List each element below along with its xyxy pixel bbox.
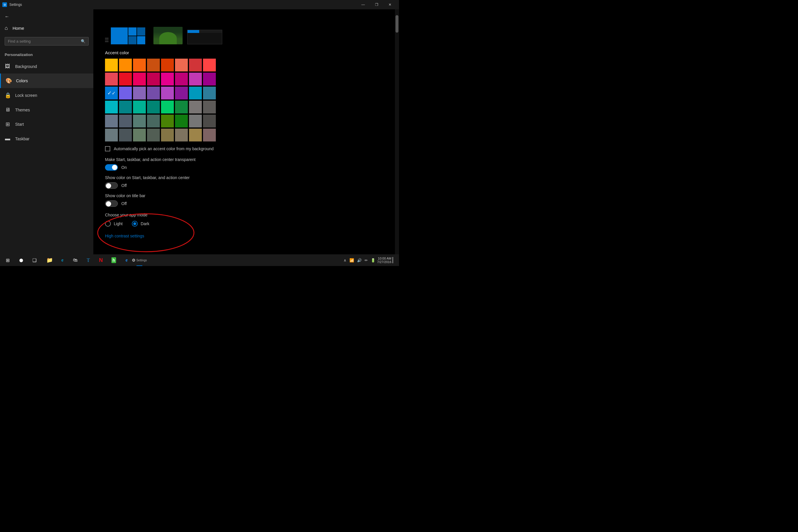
taskbar-app-netflix[interactable]: N <box>95 254 107 266</box>
show-color-titlebar-toggle[interactable] <box>105 201 118 207</box>
taskbar-app-settings[interactable]: ⚙ Settings <box>133 254 146 266</box>
color-swatch[interactable] <box>119 115 132 128</box>
tray-chevron-icon[interactable]: ∧ <box>343 258 347 263</box>
color-swatch[interactable] <box>119 73 132 86</box>
tray-battery-icon[interactable]: 🔋 <box>370 258 376 263</box>
maximize-button[interactable]: ❐ <box>370 0 383 10</box>
sidebar-item-colors[interactable]: 🎨 Colors <box>0 74 93 88</box>
sidebar-item-start[interactable]: ⊞ Start <box>0 117 93 132</box>
color-swatch[interactable] <box>147 129 160 141</box>
color-swatch[interactable] <box>189 73 202 86</box>
back-button[interactable]: ← <box>0 12 93 22</box>
taskbar-app-ie[interactable]: e <box>120 254 133 266</box>
color-swatch[interactable] <box>203 115 216 128</box>
color-swatch[interactable] <box>119 129 132 141</box>
radio-dark-label: Dark <box>140 221 149 226</box>
show-desktop-button[interactable]: ▏ <box>393 257 397 263</box>
task-view-button[interactable]: ❑ <box>28 254 41 266</box>
color-swatch[interactable] <box>105 59 118 72</box>
colors-label: Colors <box>16 78 28 83</box>
color-swatch[interactable] <box>175 59 188 72</box>
color-swatch[interactable] <box>203 87 216 99</box>
color-swatch[interactable] <box>133 115 146 128</box>
tray-network-icon[interactable]: 📶 <box>349 258 355 263</box>
color-swatch[interactable]: ✓ <box>105 87 118 99</box>
color-swatch[interactable] <box>175 115 188 128</box>
taskbar-settings-icon: ⚙ <box>132 258 136 263</box>
auto-pick-checkbox[interactable] <box>105 146 110 151</box>
color-swatch[interactable] <box>189 115 202 128</box>
color-swatch[interactable] <box>133 87 146 99</box>
color-swatch[interactable] <box>119 59 132 72</box>
color-swatch[interactable] <box>119 101 132 113</box>
show-color-start-label: Show color on Start, taskbar, and action… <box>105 175 387 180</box>
color-swatch[interactable] <box>203 101 216 113</box>
color-swatch[interactable] <box>133 101 146 113</box>
tray-volume-icon[interactable]: 🔊 <box>356 258 362 263</box>
radio-dark[interactable]: Dark <box>132 221 149 227</box>
taskbar-time[interactable]: 10:00 AM 7/27/2016 <box>377 256 392 264</box>
taskbar-app-edge[interactable]: e <box>56 254 69 266</box>
color-swatch[interactable] <box>175 101 188 113</box>
taskbar-app-store[interactable]: 🛍 <box>69 254 82 266</box>
color-swatch[interactable] <box>189 129 202 141</box>
radio-light[interactable]: Light <box>105 221 122 227</box>
color-swatch[interactable] <box>133 129 146 141</box>
color-swatch[interactable] <box>161 73 174 86</box>
color-swatch[interactable] <box>119 87 132 99</box>
show-color-start-toggle[interactable] <box>105 182 118 189</box>
color-swatch[interactable] <box>175 129 188 141</box>
app-container: ← ⌂ Home 🔍 Personalization 🖼 Background … <box>0 10 399 254</box>
ie-icon: e <box>126 258 128 263</box>
color-swatch[interactable] <box>161 115 174 128</box>
sidebar-item-taskbar[interactable]: ▬ Taskbar <box>0 132 93 146</box>
search-input[interactable] <box>8 39 78 43</box>
transparent-toggle[interactable] <box>105 164 118 171</box>
color-swatch[interactable] <box>105 115 118 128</box>
tray-pen-icon[interactable]: ✏ <box>364 258 368 263</box>
background-icon: 🖼 <box>5 63 11 70</box>
color-swatch[interactable] <box>105 101 118 113</box>
taskbar-app-explorer[interactable]: 📁 <box>43 254 56 266</box>
search-box[interactable]: 🔍 <box>5 37 89 45</box>
sidebar-item-lock-screen[interactable]: 🔒 Lock screen <box>0 88 93 103</box>
sidebar-item-home[interactable]: ⌂ Home <box>0 22 93 35</box>
start-button[interactable]: ⊞ <box>1 254 14 266</box>
minimize-button[interactable]: — <box>356 0 370 10</box>
color-swatch[interactable] <box>147 73 160 86</box>
color-swatch[interactable] <box>147 101 160 113</box>
sidebar-item-background[interactable]: 🖼 Background <box>0 59 93 74</box>
color-swatch[interactable] <box>175 87 188 99</box>
color-swatch[interactable] <box>133 59 146 72</box>
color-swatch[interactable] <box>189 87 202 99</box>
color-swatch[interactable] <box>161 59 174 72</box>
taskbar-search-button[interactable]: ⬤ <box>15 254 27 266</box>
title-bar-left: ⚙ Settings <box>2 2 356 7</box>
color-swatch[interactable] <box>161 129 174 141</box>
scrollbar-track[interactable] <box>395 10 399 254</box>
color-swatch[interactable] <box>133 73 146 86</box>
lock-screen-label: Lock screen <box>15 93 37 98</box>
color-swatch[interactable] <box>105 129 118 141</box>
taskbar-app-twitter[interactable]: 𝕋 <box>82 254 95 266</box>
color-swatch[interactable] <box>147 59 160 72</box>
color-swatch[interactable] <box>203 59 216 72</box>
color-swatch[interactable] <box>147 87 160 99</box>
color-swatch[interactable] <box>147 115 160 128</box>
color-swatch[interactable] <box>175 73 188 86</box>
radio-light-label: Light <box>114 221 122 226</box>
sidebar-item-themes[interactable]: 🖥 Themes <box>0 103 93 117</box>
color-swatch[interactable] <box>203 129 216 141</box>
close-button[interactable]: ✕ <box>383 0 397 10</box>
color-swatch[interactable] <box>161 87 174 99</box>
taskbar-app-hulu[interactable]: h <box>107 254 120 266</box>
color-swatch[interactable] <box>189 59 202 72</box>
color-swatch[interactable] <box>161 101 174 113</box>
color-swatch[interactable] <box>105 73 118 86</box>
color-swatch[interactable] <box>203 73 216 86</box>
scrollbar-thumb[interactable] <box>396 15 398 33</box>
high-contrast-link[interactable]: High contrast settings <box>105 234 145 238</box>
sidebar: ← ⌂ Home 🔍 Personalization 🖼 Background … <box>0 10 93 254</box>
show-color-start-state: Off <box>121 183 127 188</box>
color-swatch[interactable] <box>189 101 202 113</box>
